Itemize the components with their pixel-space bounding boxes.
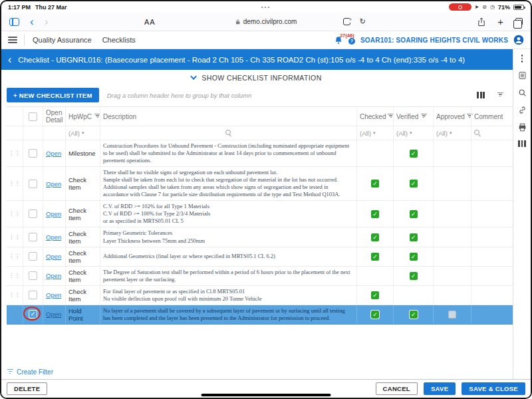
open-detail-link[interactable]: Open [46, 311, 61, 318]
row-checkbox[interactable] [29, 291, 37, 299]
verified-checkbox[interactable]: ✓ [410, 311, 418, 319]
verified-filter-icon[interactable] [420, 114, 427, 120]
col-comment[interactable]: Comment [471, 107, 513, 126]
checked-checkbox[interactable]: ✓ [371, 180, 379, 188]
col-verified[interactable]: Verified [393, 107, 433, 126]
row-checkbox[interactable] [29, 271, 37, 280]
description-search-icon[interactable] [225, 130, 232, 136]
new-tab-icon[interactable]: + [497, 16, 503, 27]
verified-checkbox[interactable]: ✓ [410, 210, 418, 218]
drag-handle-icon[interactable]: ⋮⋮ [9, 312, 21, 317]
link-icon[interactable] [518, 106, 527, 114]
open-detail-link[interactable]: Open [46, 291, 61, 299]
search-icon[interactable] [518, 88, 527, 97]
col-open-detail[interactable]: Open Detail [43, 107, 65, 126]
checked-checkbox[interactable]: ✓ [371, 210, 379, 218]
table-row[interactable]: ⋮⋮✓OpenHold PointNo layer of a pavement … [7, 305, 513, 325]
checked-checkbox[interactable]: ✓ [371, 311, 379, 319]
checklist-report-icon[interactable] [518, 71, 527, 80]
cancel-button[interactable]: CANCEL [376, 382, 418, 395]
new-checklist-item-button[interactable]: + NEW CHECKLIST ITEM [7, 88, 99, 102]
save-close-button[interactable]: SAVE & CLOSE [462, 382, 525, 395]
tabs-overview-icon[interactable] [515, 18, 523, 25]
checked-checkbox[interactable]: ✓ [371, 291, 379, 299]
comment-cell[interactable] [471, 247, 513, 266]
notifications-button[interactable]: 27(46) ? [334, 35, 343, 45]
kebab-menu-icon[interactable] [521, 55, 523, 63]
comment-cell[interactable] [471, 201, 513, 227]
table-row[interactable]: ⋮⋮OpenCheck ItemThe Degree of Saturation… [7, 267, 513, 286]
row-checkbox[interactable] [29, 180, 37, 188]
verified-checkbox[interactable]: ✓ [410, 180, 418, 188]
filter-row-icon[interactable] [497, 92, 503, 98]
checked-checkbox[interactable]: ✓ [371, 253, 379, 261]
screen-record-indicator[interactable] [449, 3, 471, 11]
open-detail-link[interactable]: Open [46, 150, 61, 157]
verified-filter-select[interactable]: (All)▾ [393, 126, 433, 140]
row-checkbox[interactable] [29, 233, 37, 241]
row-checkbox[interactable] [29, 149, 37, 158]
table-row[interactable]: ⋮⋮OpenCheck ItemC.V. of RDD >= 102% for … [7, 201, 513, 227]
home-indicator[interactable] [201, 394, 331, 397]
table-row[interactable]: ⋮⋮OpenCheck ItemThere shall be no visibl… [7, 167, 513, 201]
row-checkbox[interactable] [29, 209, 37, 218]
comment-cell[interactable] [471, 267, 513, 285]
approved-checkbox[interactable] [448, 311, 456, 319]
help-icon[interactable]: ? [348, 38, 355, 45]
verified-checkbox[interactable]: ✓ [410, 150, 418, 158]
breadcrumb-checklists[interactable]: Checklists [102, 36, 136, 44]
comment-cell[interactable] [471, 305, 513, 324]
row-checkbox[interactable] [29, 252, 37, 261]
drag-handle-icon[interactable]: ⋮⋮ [9, 235, 21, 240]
print-icon[interactable] [518, 123, 527, 132]
verified-checkbox[interactable]: ✓ [410, 233, 418, 241]
comment-cell[interactable] [471, 286, 513, 305]
text-size-button[interactable]: AA [144, 18, 156, 26]
col-description[interactable]: Description [100, 107, 356, 126]
address-bar[interactable]: demo.civilpro.com [235, 18, 297, 25]
back-arrow-icon[interactable]: ‹ [8, 55, 11, 65]
hamburger-menu-icon[interactable] [8, 37, 17, 43]
create-filter-link[interactable]: Create Filter [7, 368, 53, 376]
col-checked[interactable]: Checked [356, 107, 393, 126]
table-row[interactable]: ⋮⋮OpenCheck ItemPrimary Geometric Tolera… [7, 227, 513, 247]
open-detail-link[interactable]: Open [46, 210, 61, 217]
drag-handle-icon[interactable]: ⋮⋮ [9, 151, 21, 156]
breadcrumb-quality-assurance[interactable]: Quality Assurance [33, 36, 92, 44]
approved-filter-select[interactable]: (All)▾ [433, 126, 471, 140]
open-detail-link[interactable]: Open [46, 180, 61, 188]
project-selector[interactable]: SOAR101: SOARING HEIGHTS CIVIL WORKS [360, 37, 508, 44]
col-approved[interactable]: Approved [433, 107, 471, 126]
back-button[interactable]: ‹ [30, 16, 34, 27]
table-row[interactable]: ⋮⋮OpenMilestoneConstruction Procedures f… [7, 140, 513, 167]
extensions-icon[interactable] [343, 18, 350, 25]
comment-cell[interactable] [471, 227, 513, 246]
verified-checkbox[interactable]: ✓ [410, 253, 418, 261]
comment-search-icon[interactable] [474, 130, 481, 136]
checked-checkbox[interactable]: ✓ [371, 233, 379, 241]
select-all-checkbox[interactable] [29, 112, 37, 121]
reload-icon[interactable]: ↻ [360, 17, 366, 26]
comment-cell[interactable] [471, 167, 513, 200]
verified-checkbox[interactable]: ✓ [410, 272, 418, 280]
user-avatar[interactable] [513, 35, 524, 45]
table-row[interactable]: ⋮⋮OpenCheck ItemAdditional Geometrics (f… [7, 247, 513, 267]
delete-button[interactable]: DELETE [7, 382, 47, 395]
show-checklist-information[interactable]: SHOW CHECKLIST INFORMATION [1, 70, 513, 85]
column-chooser-icon[interactable] [477, 92, 485, 98]
save-button[interactable]: SAVE [424, 382, 456, 395]
drag-handle-icon[interactable]: ⋮⋮ [9, 211, 21, 217]
checked-filter-select[interactable]: (All)▾ [356, 126, 393, 140]
hpwpc-filter-select[interactable]: (All)▾ [65, 126, 100, 140]
open-detail-link[interactable]: Open [46, 233, 61, 241]
share-icon[interactable] [477, 17, 485, 27]
drag-handle-icon[interactable]: ⋮⋮ [9, 254, 21, 259]
col-hpwpc[interactable]: HpWpC [65, 107, 100, 126]
drag-handle-icon[interactable]: ⋮⋮ [9, 181, 21, 186]
columns-icon[interactable] [518, 140, 526, 147]
drag-handle-icon[interactable]: ⋮⋮ [9, 273, 21, 279]
open-detail-link[interactable]: Open [46, 253, 61, 260]
forward-button[interactable]: › [45, 16, 49, 27]
drag-handle-icon[interactable]: ⋮⋮ [9, 293, 21, 298]
table-row[interactable]: ⋮⋮OpenCheck ItemFor final layer of pavem… [7, 286, 513, 305]
